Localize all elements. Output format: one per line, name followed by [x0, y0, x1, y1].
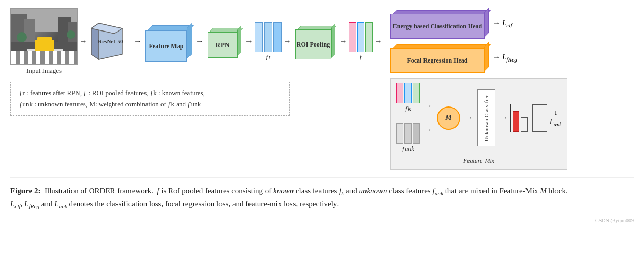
- main-container: Input Images → ResNet-50 →: [10, 5, 634, 223]
- funk-group: ƒunk: [396, 123, 420, 153]
- arrow-5: →: [283, 37, 291, 45]
- energy-head-label: Energy based Classification Head: [393, 23, 482, 30]
- svg-rect-7: [27, 54, 63, 57]
- roi-label: ROI Pooling: [297, 41, 330, 49]
- arrow-to-lclf: →: [493, 19, 500, 27]
- bar-1: [513, 111, 519, 132]
- fr-strip-group: ƒr: [255, 22, 282, 61]
- arrow-7: →: [374, 37, 383, 45]
- arrow-to-bars: →: [501, 114, 507, 122]
- left-pipeline: Input Images → ResNet-50 →: [10, 8, 383, 116]
- fk-group: ƒk: [396, 83, 420, 113]
- output-section: → ↓ Lunk: [501, 104, 562, 132]
- f-label: ƒ: [359, 53, 362, 61]
- input-image: [10, 8, 78, 65]
- loss-freg: LfReg: [502, 53, 517, 63]
- right-complex: Energy based Classification Head → Lclf: [390, 8, 567, 170]
- energy-head-row: Energy based Classification Head → Lclf: [390, 8, 567, 39]
- arrow-1: →: [79, 37, 87, 45]
- arrow-to-lfreg: →: [493, 53, 500, 62]
- svg-rect-10: [37, 37, 52, 42]
- feature-mix-section: ƒk ƒunk: [390, 78, 567, 170]
- feature-map-label: Feature Map: [149, 42, 184, 50]
- focal-head-row: Focal Regression Head → LfReg: [390, 42, 567, 73]
- arrow-4: →: [245, 37, 253, 45]
- loss-unk: Lunk: [550, 118, 562, 127]
- input-label: Input Images: [26, 67, 62, 75]
- arrow-6: →: [339, 37, 347, 45]
- unknown-classifier: Unknown Classifier: [477, 89, 495, 146]
- watermark: CSDN @yijun009: [10, 218, 634, 223]
- caption-title: Figure 2:: [10, 187, 42, 195]
- diagram-wrapper: Input Images → ResNet-50 →: [10, 5, 634, 172]
- legend-text-1: ƒr : features after RPN, ƒ : ROI pooled …: [19, 87, 281, 99]
- arrow-3: →: [196, 37, 204, 45]
- resnet-label: ResNet-50: [96, 38, 125, 44]
- svg-rect-8: [27, 59, 63, 63]
- m-circle: M: [437, 106, 460, 130]
- lunk-group: ↓ Lunk: [550, 109, 562, 127]
- legend-text-2: ƒunk : unknown features, M: weighted com…: [19, 99, 281, 110]
- svg-point-11: [17, 32, 27, 42]
- fr-label: ƒr: [266, 53, 271, 61]
- rpn-label: RPN: [216, 41, 230, 49]
- fk-label: ƒk: [405, 105, 411, 113]
- funk-label: ƒunk: [402, 145, 414, 153]
- feature-mix-content: ƒk ƒunk: [396, 83, 562, 153]
- bar-2: [521, 117, 528, 132]
- legend-box: ƒr : features after RPN, ƒ : ROI pooled …: [10, 82, 290, 116]
- f-strip-group: ƒ: [349, 22, 373, 61]
- arrows-to-m: → →: [425, 102, 432, 134]
- focal-head-label: Focal Regression Head: [407, 57, 467, 65]
- roi-block: ROI Pooling: [295, 26, 335, 59]
- arrow-to-uc: →: [465, 114, 472, 122]
- feature-map-block: Feature Map: [145, 25, 192, 62]
- bar-chart: [510, 104, 529, 132]
- caption-area: Figure 2: Illustration of ORDER framewor…: [10, 177, 634, 211]
- caption-body: Illustration of ORDER framework. f is Ro…: [10, 187, 568, 208]
- pipeline-blocks: Input Images → ResNet-50 →: [10, 8, 383, 75]
- bracket-box: [532, 104, 547, 132]
- arrow-2: →: [134, 37, 142, 45]
- caption-text: Figure 2: Illustration of ORDER framewor…: [10, 185, 580, 211]
- svg-point-12: [67, 30, 75, 39]
- rpn-block: RPN: [208, 28, 241, 58]
- feature-mix-label: Feature-Mix: [463, 157, 494, 165]
- m-label: M: [445, 114, 451, 122]
- fk-funk-strips: ƒk ƒunk: [396, 83, 420, 153]
- heads-row: Energy based Classification Head → Lclf: [390, 8, 567, 73]
- loss-clf: Lclf: [502, 19, 513, 28]
- unknown-classifier-label: Unknown Classifier: [484, 95, 489, 141]
